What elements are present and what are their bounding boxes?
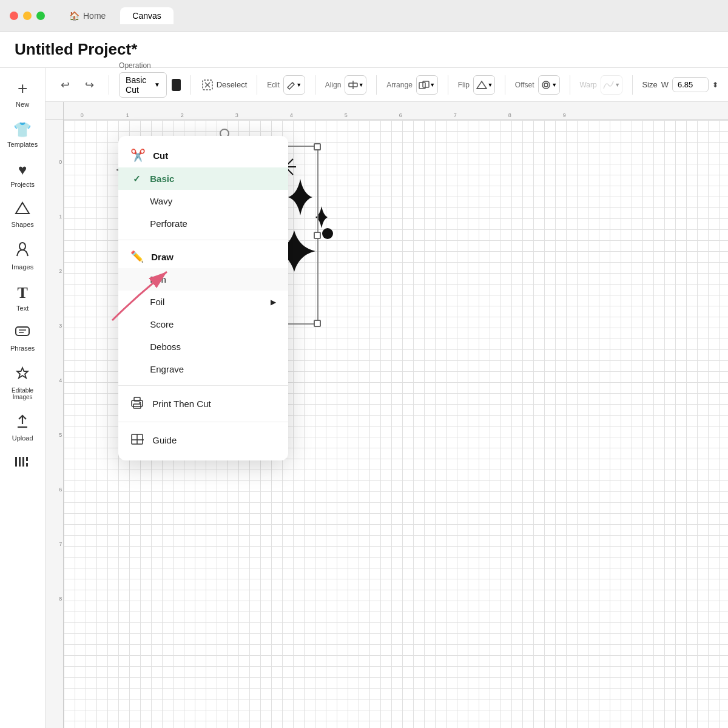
warp-button[interactable]: ▼ (601, 75, 622, 95)
tab-canvas[interactable]: Canvas (120, 7, 173, 24)
text-icon: T (17, 284, 27, 302)
align-label: Align (325, 81, 342, 89)
operation-value: Basic Cut (126, 75, 150, 95)
ruler-h-tick-7: 7 (428, 112, 482, 118)
ruler-v-tick-4: 4 (59, 375, 62, 430)
maximize-button[interactable] (36, 12, 45, 20)
dropdown-item-guide[interactable]: Guide (118, 427, 288, 453)
title-bar: 🏠 Home Canvas (0, 0, 728, 32)
basic-label: Basic (150, 174, 174, 184)
ruler-h-tick-2: 2 (155, 112, 209, 118)
sidebar-item-upload[interactable]: Upload (1, 408, 44, 447)
offset-button[interactable]: ▼ (538, 75, 560, 95)
minimize-button[interactable] (23, 12, 32, 20)
sidebar-item-new[interactable]: + New (1, 73, 44, 113)
upload-icon (16, 414, 29, 432)
dropdown-item-score[interactable]: Score (118, 313, 288, 335)
ruler-horizontal: 0 1 2 3 4 5 6 7 8 9 (64, 102, 728, 120)
dropdown-item-engrave[interactable]: Engrave (118, 358, 288, 380)
cut-icon: ✂️ (130, 148, 146, 163)
wavy-label: Wavy (150, 196, 172, 206)
align-button[interactable]: ▼ (345, 75, 366, 95)
home-icon: 🏠 (69, 11, 79, 21)
new-icon: + (18, 79, 27, 98)
operation-dropdown: ✂️ Cut Basic Wavy Perforate ✏️ Draw (118, 136, 288, 460)
sidebar-item-templates[interactable]: 👕 Templates (1, 115, 44, 153)
sidebar-item-shapes[interactable]: Shapes (1, 195, 44, 233)
divider-2 (190, 75, 191, 95)
width-input[interactable] (672, 77, 709, 92)
svg-rect-8 (22, 457, 24, 467)
operation-label: Operation (119, 61, 151, 70)
svg-marker-0 (16, 203, 29, 214)
ruler-v-tick-3: 3 (59, 320, 62, 375)
ruler-v-tick-5: 5 (59, 430, 62, 484)
svg-marker-19 (477, 81, 487, 89)
sidebar-item-images[interactable]: Images (1, 235, 44, 275)
svg-rect-6 (15, 457, 17, 467)
ruler-v-tick-8: 8 (59, 593, 62, 648)
dropdown-item-foil[interactable]: Foil ▶ (118, 291, 288, 313)
sidebar-item-phrases[interactable]: Phrases (1, 319, 44, 357)
dropdown-item-wavy[interactable]: Wavy (118, 190, 288, 212)
dropdown-item-deboss[interactable]: Deboss (118, 335, 288, 358)
print-then-cut-icon (130, 397, 144, 411)
ruler-h-tick-0: 0 (64, 112, 100, 118)
perforate-label: Perforate (150, 218, 187, 229)
sidebar-item-text[interactable]: T Text (1, 278, 44, 317)
sidebar-item-editable-images[interactable]: Editable Images (1, 359, 44, 405)
edit-button[interactable]: ▼ (283, 75, 305, 95)
sidebar-item-projects[interactable]: ♥ Projects (1, 155, 44, 193)
ruler-h-tick-5: 5 (318, 112, 373, 118)
draw-section-header: ✏️ Draw (118, 245, 288, 268)
svg-rect-2 (16, 327, 29, 335)
dropdown-item-print-then-cut[interactable]: Print Then Cut (118, 391, 288, 417)
edit-label: Edit (267, 81, 280, 89)
sidebar-item-monogram[interactable] (1, 449, 44, 477)
deselect-action[interactable]: Deselect (201, 78, 248, 92)
deselect-label: Deselect (217, 80, 248, 89)
operation-select[interactable]: Basic Cut ▼ (119, 72, 167, 98)
arrange-button[interactable]: ▼ (416, 75, 438, 95)
ruler-v-tick-0: 0 (59, 157, 62, 211)
draw-icon: ✏️ (130, 250, 144, 263)
ruler-h-ticks: 0 1 2 3 4 5 6 7 8 9 (64, 112, 592, 118)
size-stepper-icon[interactable]: ⬍ (712, 81, 718, 89)
ruler-vertical: 0 1 2 3 4 5 6 7 8 (46, 120, 64, 728)
divider-7 (505, 75, 505, 95)
dropdown-item-perforate[interactable]: Perforate (118, 212, 288, 235)
toolbar: ↩ ↪ Operation Basic Cut ▼ Deselect Edit (46, 68, 728, 102)
svg-rect-9 (26, 457, 28, 461)
flip-button[interactable]: ▼ (473, 75, 495, 95)
dropdown-item-basic[interactable]: Basic (118, 167, 288, 190)
flip-label: Flip (458, 81, 470, 89)
main-layout: + New 👕 Templates ♥ Projects Shapes Imag… (0, 68, 728, 728)
size-label: Size (642, 80, 657, 89)
separator-2 (118, 385, 288, 386)
pen-label: Pen (150, 274, 166, 285)
foil-submenu-icon: ▶ (271, 298, 276, 306)
ruler-h-tick-9: 9 (537, 112, 592, 118)
close-button[interactable] (10, 12, 18, 20)
undo-button[interactable]: ↩ (55, 75, 75, 95)
ruler-h-tick-3: 3 (209, 112, 264, 118)
canvas-area[interactable]: 0 1 2 3 4 5 6 7 8 9 0 1 2 3 4 (46, 102, 728, 728)
ruler-v-tick-1: 1 (59, 211, 62, 266)
ruler-h-tick-1: 1 (100, 112, 155, 118)
foil-label: Foil (150, 297, 164, 307)
color-swatch[interactable] (172, 79, 181, 91)
projects-icon: ♥ (18, 161, 27, 178)
templates-icon: 👕 (13, 121, 32, 138)
dropdown-item-pen[interactable]: Pen (118, 268, 288, 291)
tab-canvas-label: Canvas (132, 11, 161, 21)
svg-point-38 (140, 402, 141, 404)
tab-home[interactable]: 🏠 Home (57, 7, 118, 24)
svg-point-32 (322, 228, 333, 239)
project-title-bar: Untitled Project* (0, 32, 728, 68)
ruler-v-tick-2: 2 (59, 266, 62, 320)
redo-button[interactable]: ↪ (79, 75, 99, 95)
print-then-cut-label: Print Then Cut (152, 399, 211, 409)
deboss-label: Deboss (150, 342, 181, 352)
size-section: Size W ⬍ (642, 77, 718, 92)
divider-9 (632, 75, 633, 95)
